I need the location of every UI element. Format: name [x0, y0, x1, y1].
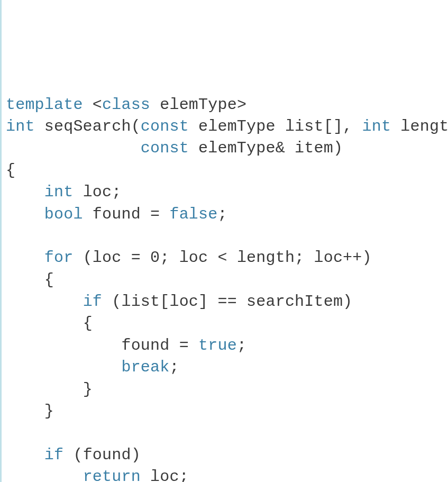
line-5: int loc;: [6, 183, 121, 201]
var-found: found: [83, 446, 131, 464]
line-3: const elemType& item): [6, 139, 343, 157]
tok-eq: =: [179, 337, 189, 354]
tok-semi: ;: [217, 205, 227, 223]
line-4: {: [6, 161, 15, 179]
tok-plusplus: ++: [343, 249, 362, 267]
type-elemType: elemType: [160, 96, 237, 114]
line-1: template <class elemType>: [6, 96, 246, 114]
tok-rbrace: }: [83, 380, 93, 398]
type-elemType: elemType: [198, 117, 276, 135]
line-11: found = true;: [6, 337, 246, 354]
param-length: length: [400, 117, 448, 135]
tok-lbrace: {: [83, 314, 93, 332]
kw-bool: bool: [44, 205, 83, 223]
line-blank-1: [6, 227, 15, 245]
kw-int: int: [362, 117, 391, 135]
line-10: {: [6, 314, 93, 332]
code-block: template <class elemType> int seqSearch(…: [6, 94, 444, 482]
tok-semi: ;: [237, 337, 246, 354]
line-14: }: [6, 402, 54, 420]
kw-const: const: [141, 117, 189, 135]
tok-lbrace: {: [44, 271, 54, 289]
tok-lbrack: [: [324, 117, 333, 135]
tok-amp: &: [276, 139, 285, 157]
tok-comma: ,: [343, 117, 352, 135]
line-8: {: [6, 271, 54, 289]
param-length: length: [237, 249, 295, 267]
kw-int: int: [44, 183, 74, 201]
tok-lparen: (: [73, 446, 83, 464]
tok-semi: ;: [295, 249, 304, 267]
var-found: found: [93, 205, 141, 223]
kw-true: true: [198, 337, 237, 354]
kw-const: const: [141, 139, 189, 157]
line-blank-2: [6, 424, 15, 442]
tok-lparen: (: [83, 249, 93, 267]
tok-eq: =: [150, 205, 160, 223]
tok-rbrack: ]: [198, 293, 208, 311]
kw-int: int: [6, 117, 35, 135]
tok-lparen: (: [112, 293, 121, 311]
line-7: for (loc = 0; loc < length; loc++): [6, 249, 372, 267]
tok-eqeq: ==: [217, 293, 236, 311]
param-list: list: [121, 293, 160, 311]
tok-semi: ;: [160, 249, 169, 267]
kw-for: for: [44, 249, 74, 267]
tok-rparen: ): [131, 446, 141, 464]
var-searchItem: searchItem: [246, 293, 343, 311]
tok-rbrace: }: [44, 402, 54, 420]
line-16: return loc;: [6, 468, 189, 482]
line-9: if (list[loc] == searchItem): [6, 293, 352, 311]
tok-semi: ;: [112, 183, 121, 201]
tok-rparen: ): [333, 139, 343, 157]
kw-false: false: [169, 205, 217, 223]
var-found: found: [121, 337, 169, 354]
tok-semi: ;: [179, 468, 189, 482]
var-loc: loc: [314, 249, 343, 267]
param-list: list: [285, 117, 324, 135]
param-item: item: [295, 139, 333, 157]
fn-name: seqSearch: [44, 117, 131, 135]
kw-return: return: [83, 468, 141, 482]
tok-lt: <: [217, 249, 227, 267]
kw-if: if: [44, 446, 63, 464]
line-15: if (found): [6, 446, 141, 464]
tok-lt: <: [93, 96, 102, 114]
var-loc: loc: [93, 249, 122, 267]
tok-rparen: ): [362, 249, 372, 267]
tok-semi: ;: [169, 358, 179, 376]
tok-lbrace: {: [6, 161, 15, 179]
tok-rparen: ): [343, 293, 352, 311]
kw-if: if: [83, 293, 102, 311]
tok-lbrack: [: [160, 293, 169, 311]
kw-class: class: [102, 96, 150, 114]
line-13: }: [6, 380, 93, 398]
tok-rbrack: ]: [333, 117, 343, 135]
var-loc: loc: [150, 468, 179, 482]
type-elemType: elemType: [198, 139, 276, 157]
var-loc: loc: [169, 293, 198, 311]
kw-break: break: [121, 358, 169, 376]
tok-gt: >: [237, 96, 246, 114]
tok-lparen: (: [131, 117, 141, 135]
line-6: bool found = false;: [6, 205, 227, 223]
tok-eq: =: [131, 249, 141, 267]
line-2: int seqSearch(const elemType list[], int…: [6, 117, 448, 135]
var-loc: loc: [83, 183, 112, 201]
kw-template: template: [6, 96, 83, 114]
num-zero: 0: [150, 249, 160, 267]
var-loc: loc: [179, 249, 208, 267]
line-12: break;: [6, 358, 179, 376]
